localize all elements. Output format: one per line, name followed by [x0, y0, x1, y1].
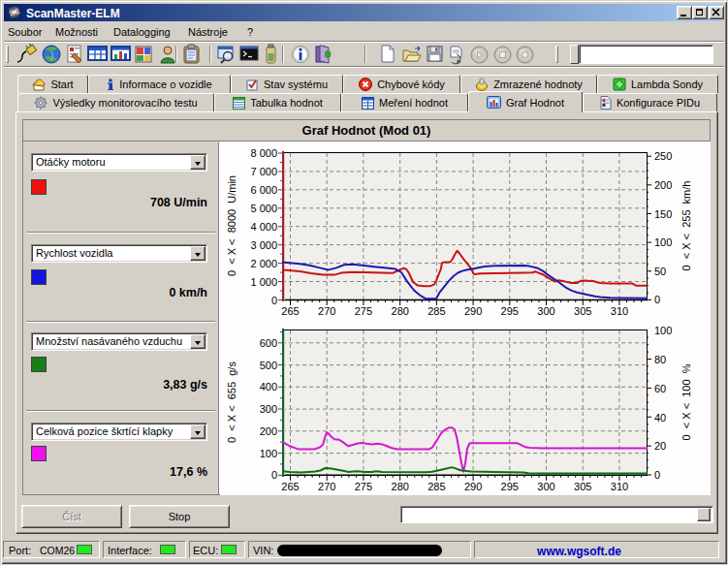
svg-text:300: 300	[260, 403, 277, 415]
svg-text:0 < X < 655 g/s: 0 < X < 655 g/s	[226, 361, 237, 443]
svg-text:305: 305	[574, 305, 591, 317]
svg-text:300: 300	[537, 481, 554, 492]
svg-text:305: 305	[574, 481, 591, 492]
svg-text:0: 0	[271, 295, 277, 306]
svg-text:200: 200	[654, 179, 672, 191]
svg-text:8 000: 8 000	[250, 147, 277, 159]
svg-text:250: 250	[654, 150, 672, 162]
svg-text:285: 285	[427, 305, 445, 317]
svg-text:295: 295	[501, 305, 519, 317]
svg-text:0: 0	[654, 469, 660, 481]
svg-text:50: 50	[654, 266, 666, 277]
svg-text:0 < X < 255 km/h: 0 < X < 255 km/h	[681, 181, 692, 271]
svg-text:275: 275	[355, 481, 372, 492]
svg-text:80: 80	[654, 354, 666, 365]
svg-text:0: 0	[271, 469, 277, 481]
svg-text:270: 270	[318, 481, 335, 492]
svg-text:310: 310	[611, 305, 628, 317]
svg-text:265: 265	[281, 305, 299, 317]
svg-text:310: 310	[611, 481, 628, 492]
svg-text:290: 290	[464, 305, 482, 317]
svg-text:4 000: 4 000	[250, 221, 277, 233]
svg-text:7 000: 7 000	[250, 166, 277, 177]
svg-text:0 < X < 100 %: 0 < X < 100 %	[681, 363, 692, 440]
svg-text:5 000: 5 000	[250, 203, 277, 214]
svg-text:0: 0	[654, 294, 660, 305]
svg-text:3 000: 3 000	[250, 239, 277, 251]
svg-text:285: 285	[427, 481, 445, 492]
svg-text:295: 295	[501, 481, 519, 492]
svg-text:400: 400	[260, 381, 277, 392]
svg-text:500: 500	[260, 360, 277, 371]
svg-text:1 000: 1 000	[250, 276, 277, 288]
svg-text:600: 600	[260, 337, 277, 349]
svg-text:290: 290	[464, 481, 482, 492]
svg-text:265: 265	[281, 481, 299, 492]
svg-text:300: 300	[537, 305, 554, 317]
svg-text:100: 100	[260, 448, 277, 459]
svg-text:6 000: 6 000	[250, 184, 277, 196]
svg-text:60: 60	[654, 383, 666, 394]
svg-text:40: 40	[654, 412, 666, 424]
svg-text:275: 275	[355, 305, 372, 317]
svg-text:20: 20	[654, 440, 666, 452]
svg-text:0 < X < 8000 U/min: 0 < X < 8000 U/min	[226, 175, 237, 276]
svg-text:100: 100	[654, 325, 672, 336]
svg-text:100: 100	[654, 236, 672, 248]
svg-text:2 000: 2 000	[250, 258, 277, 269]
svg-text:270: 270	[318, 305, 335, 317]
svg-text:150: 150	[654, 208, 672, 220]
svg-text:200: 200	[260, 425, 277, 437]
svg-text:280: 280	[392, 481, 409, 492]
svg-text:280: 280	[392, 305, 409, 317]
